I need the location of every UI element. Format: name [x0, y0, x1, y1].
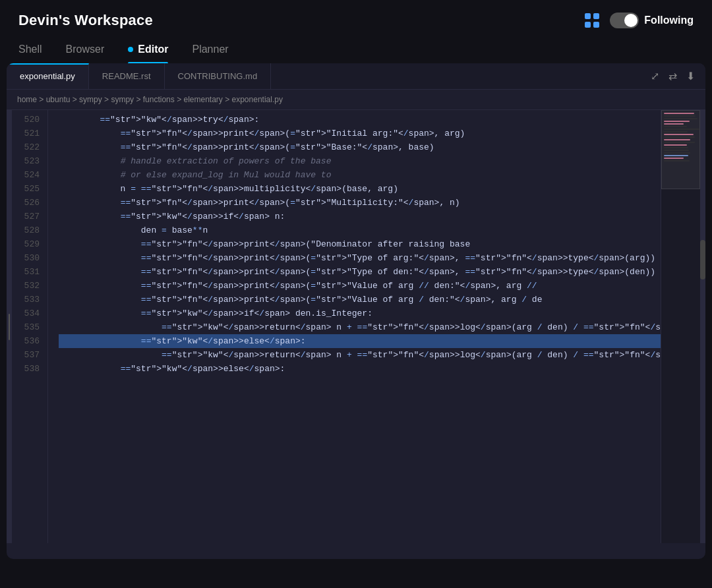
- code-line-537: =="str">"kw"</span>>return</span> n + ==…: [59, 348, 661, 362]
- code-line-528: den = base**n: [59, 223, 661, 237]
- minimap: [661, 110, 700, 543]
- tab-editor[interactable]: Editor: [128, 44, 168, 63]
- code-line-535: =="str">"kw"</span>>return</span> n + ==…: [59, 320, 661, 334]
- file-tab-exponential-label: exponential.py: [20, 71, 75, 81]
- workspace-title: Devin's Workspace: [18, 12, 153, 29]
- line-numbers: 5205215225235245255265275285295305315325…: [12, 110, 48, 543]
- tab-shell[interactable]: Shell: [18, 44, 42, 63]
- code-line-531: =="str">"fn"</span>>print</span>(="str">…: [59, 265, 661, 279]
- nav-tabs: Shell Browser Editor Planner: [0, 38, 712, 63]
- header-controls: Following: [585, 13, 694, 28]
- download-icon[interactable]: ⬇: [686, 70, 695, 82]
- tab-planner[interactable]: Planner: [192, 44, 228, 63]
- editor-container: exponential.py README.rst CONTRIBUTING.m…: [7, 63, 705, 559]
- file-tab-exponential[interactable]: exponential.py: [7, 63, 89, 89]
- drag-handle[interactable]: [7, 110, 12, 543]
- code-line-536: =="str">"kw"</span>>else</span>:: [59, 334, 661, 348]
- following-label: Following: [644, 15, 694, 26]
- tab-planner-label: Planner: [192, 44, 228, 55]
- editor-toolbar-icons: ⤢ ⇄ ⬇: [640, 70, 705, 82]
- code-line-534: =="str">"kw"</span>>if</span> den.is_Int…: [59, 307, 661, 320]
- grid-icon[interactable]: [585, 13, 599, 28]
- tab-editor-label: Editor: [138, 44, 168, 55]
- file-tab-contributing[interactable]: CONTRIBUTING.md: [165, 63, 272, 89]
- code-line-524: # or else expand_log in Mul would have t…: [59, 168, 661, 182]
- editor-dot: [128, 47, 133, 52]
- drag-handle-line: [9, 314, 10, 340]
- file-tab-readme[interactable]: README.rst: [89, 63, 165, 89]
- tab-browser-label: Browser: [66, 44, 105, 55]
- tab-shell-label: Shell: [18, 44, 42, 55]
- code-line-522: =="str">"fn"</span>>print</span>(="str">…: [59, 140, 661, 154]
- code-line-530: =="str">"fn"</span>>print</span>(="str">…: [59, 251, 661, 265]
- toggle-thumb: [624, 14, 638, 27]
- code-line-520: =="str">"kw"</span>>try</span>:: [59, 113, 661, 127]
- diff-icon[interactable]: ⇄: [668, 70, 677, 82]
- header: Devin's Workspace Following: [0, 0, 712, 38]
- code-line-529: =="str">"fn"</span>>print</span>("Denomi…: [59, 237, 661, 251]
- file-tab-contributing-label: CONTRIBUTING.md: [178, 71, 258, 81]
- following-toggle[interactable]: Following: [610, 13, 694, 28]
- tab-browser[interactable]: Browser: [66, 44, 105, 63]
- code-line-526: =="str">"fn"</span>>print</span>(="str">…: [59, 196, 661, 210]
- expand-icon[interactable]: ⤢: [651, 70, 659, 82]
- toggle-track: [610, 13, 639, 28]
- scrollbar-thumb[interactable]: [700, 240, 705, 279]
- code-line-521: =="str">"fn"</span>>print</span>(="str">…: [59, 127, 661, 140]
- code-line-523: # handle extraction of powers of the bas…: [59, 154, 661, 168]
- code-line-538: =="str">"kw"</span>>else</span>:: [59, 362, 661, 376]
- code-area: 5205215225235245255265275285295305315325…: [7, 110, 705, 543]
- code-line-533: =="str">"fn"</span>>print</span>(="str">…: [59, 293, 661, 307]
- code-line-532: =="str">"fn"</span>>print</span>(="str">…: [59, 279, 661, 293]
- code-content[interactable]: =="str">"kw"</span>>try</span>: =="str">…: [48, 110, 661, 543]
- file-tab-readme-label: README.rst: [102, 71, 151, 81]
- breadcrumb-text: home > ubuntu > sympy > sympy > function…: [17, 95, 283, 104]
- code-line-527: =="str">"kw"</span>>if</span> n:: [59, 210, 661, 223]
- scrollbar-vertical[interactable]: [700, 110, 705, 543]
- code-line-525: n = =="str">"fn"</span>>multiplicity</sp…: [59, 182, 661, 196]
- breadcrumb: home > ubuntu > sympy > sympy > function…: [7, 90, 705, 110]
- file-tabs: exponential.py README.rst CONTRIBUTING.m…: [7, 63, 705, 90]
